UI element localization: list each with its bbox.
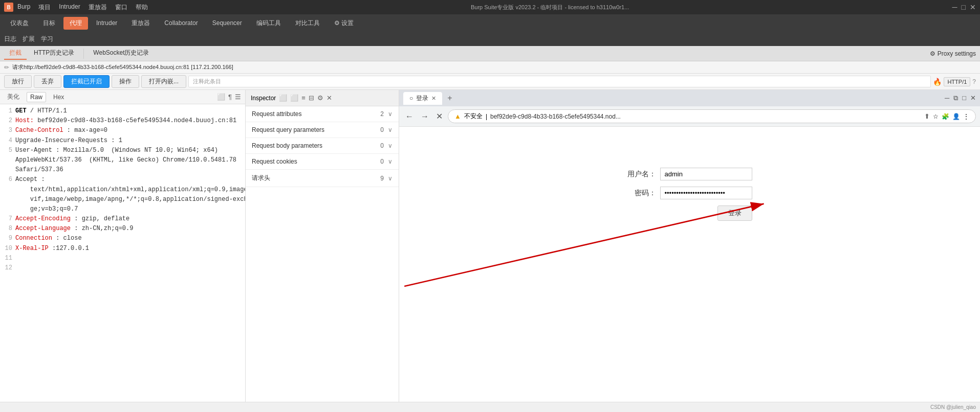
request-line-9: 9 Connection : close [4, 234, 241, 243]
browser-active-tab[interactable]: ○ 登录 ✕ [403, 92, 442, 105]
request-url: 请求http://bef92de9-c9d8-4b33-b168-c5efe54… [12, 63, 233, 71]
inspector-icon-2[interactable]: ⬜ [290, 94, 298, 102]
action-button[interactable]: 操作 [112, 75, 139, 88]
request-line-1: 1 GET / HTTP/1.1 [4, 106, 241, 116]
new-tab-button[interactable]: + [447, 94, 452, 103]
title-bar: B Burp 项目 Intruder 重放器 窗口 帮助 Burp Suite专… [0, 0, 980, 14]
forward-button[interactable]: 放行 [4, 75, 32, 88]
section-arrow-headers: ∨ [388, 175, 393, 182]
tab-settings[interactable]: ⚙ 设置 [328, 17, 360, 30]
menu-intruder[interactable]: Intruder [59, 3, 80, 12]
newline-icon[interactable]: ¶ [228, 93, 232, 101]
username-input[interactable] [660, 168, 752, 180]
username-label: 用户名： [627, 170, 656, 179]
tab-target[interactable]: 目标 [37, 17, 61, 30]
proxy-tab-intercept[interactable]: 拦截 [4, 47, 27, 60]
minimize-btn[interactable]: ─ [952, 3, 957, 11]
browser-minimize-icon[interactable]: ─ [945, 94, 949, 102]
help-icon[interactable]: ? [972, 78, 976, 85]
tab-intruder[interactable]: Intruder [90, 17, 123, 29]
tab-proxy[interactable]: 代理 [63, 17, 88, 30]
menu-window[interactable]: 窗口 [115, 3, 127, 12]
request-line-2: 2 Host: bef92de9-c9d8-4b33-b168-c5efe549… [4, 116, 241, 126]
menu-project[interactable]: 项目 [38, 3, 51, 12]
second-toolbar: 日志 扩展 学习 [0, 32, 980, 46]
request-line-5: 5 User-Agent : Mozilla/5.0 (Windows NT 1… [4, 146, 241, 175]
browser-restore-icon[interactable]: ⧉ [953, 94, 958, 102]
profile-icon[interactable]: 👤 [952, 113, 960, 120]
tab-collaborator[interactable]: Collaborator [158, 17, 204, 29]
tab-encoder[interactable]: 编码工具 [250, 17, 287, 30]
inspector-section-cookies[interactable]: Request cookies 0 ∨ [246, 154, 399, 170]
request-line-10: 10 X-Real-IP :127.0.0.1 [4, 244, 241, 254]
view-tab-raw[interactable]: Raw [27, 92, 46, 102]
proxy-settings-button[interactable]: ⚙ Proxy settings [930, 50, 976, 57]
inspector-close-icon[interactable]: ✕ [326, 94, 332, 102]
inspector-align-icon-2[interactable]: ⊟ [309, 94, 314, 102]
drop-button[interactable]: 丢弃 [34, 75, 61, 88]
url-bar: ✏ 请求http://bef92de9-c9d8-4b33-b168-c5efe… [0, 61, 980, 74]
tab-log[interactable]: 日志 [4, 35, 16, 43]
menu-dots-icon[interactable]: ⋮ [963, 113, 969, 120]
inspector-section-query[interactable]: Request query parameters 0 ∨ [246, 122, 399, 138]
password-label: 密码： [635, 189, 656, 198]
extension-icon[interactable]: 🧩 [942, 113, 949, 120]
browser-tab-title: 登录 [416, 94, 428, 103]
proxy-toolbar: 拦截 HTTP历史记录 WebSocket历史记录 ⚙ Proxy settin… [0, 46, 980, 61]
section-label-query: Request query parameters [252, 126, 380, 133]
share-icon[interactable]: ⬆ [924, 112, 930, 120]
open-browser-button[interactable]: 打开内嵌... [141, 75, 186, 88]
password-input[interactable] [660, 187, 752, 199]
comment-placeholder[interactable]: 注释此条目 [188, 76, 931, 87]
request-panel: 美化 Raw Hex ⬜ ¶ ☰ 1 GET / HTTP/1.1 2 Host… [0, 90, 246, 402]
tab-learn[interactable]: 学习 [41, 35, 53, 43]
intercept-button[interactable]: 拦截已开启 [63, 75, 110, 88]
menu-repeater[interactable]: 重放器 [89, 3, 107, 12]
tab-sequencer[interactable]: Sequencer [206, 17, 248, 29]
nav-forward-button[interactable]: → [419, 111, 431, 122]
watermark-text: CSDN @julien_qiao [930, 404, 976, 410]
proxy-tab-websocket-history[interactable]: WebSocket历史记录 [88, 47, 154, 60]
browser-maximize-icon[interactable]: □ [962, 94, 966, 102]
view-tabs: 美化 Raw Hex ⬜ ¶ ☰ [0, 90, 245, 104]
section-label-cookies: Request cookies [252, 158, 380, 165]
request-line-12: 12 [4, 263, 241, 273]
tab-extension[interactable]: 扩展 [23, 35, 35, 43]
menu-burp[interactable]: Burp [17, 3, 30, 12]
browser-window-controls: ─ ⧉ □ ✕ [945, 94, 976, 102]
menu-help[interactable]: 帮助 [136, 3, 148, 12]
menu-icon[interactable]: ☰ [235, 93, 241, 101]
close-btn[interactable]: ✕ [970, 3, 976, 11]
insecure-label: 不安全 [464, 112, 483, 121]
main-toolbar: 仪表盘 目标 代理 Intruder 重放器 Collaborator Sequ… [0, 14, 980, 32]
http-version-badge: HTTP/1 [944, 77, 970, 86]
nav-stop-button[interactable]: ✕ [434, 110, 445, 122]
tab-repeater[interactable]: 重放器 [125, 17, 156, 30]
password-row: 密码： [635, 187, 752, 199]
view-tab-hex[interactable]: Hex [50, 93, 67, 102]
section-count-query: 0 [380, 126, 384, 133]
login-button[interactable]: 登录 [717, 205, 752, 221]
inspector-icon-1[interactable]: ⬜ [279, 94, 287, 102]
inspector-settings-icon[interactable]: ⚙ [317, 94, 323, 102]
browser-close-icon[interactable]: ✕ [970, 94, 976, 102]
proxy-tab-http-history[interactable]: HTTP历史记录 [29, 47, 79, 60]
inspector-section-attributes[interactable]: Request attributes 2 ∨ [246, 106, 399, 122]
tab-dashboard[interactable]: 仪表盘 [4, 17, 35, 30]
view-tab-beautify[interactable]: 美化 [4, 91, 23, 102]
wrap-icon[interactable]: ⬜ [217, 93, 225, 101]
inspector-toolbar-icons: ⬜ ⬜ ≡ ⊟ ⚙ ✕ [279, 94, 332, 102]
tab-compare[interactable]: 对比工具 [289, 17, 326, 30]
section-arrow-query: ∨ [388, 126, 393, 133]
nav-back-button[interactable]: ← [403, 111, 416, 122]
maximize-btn[interactable]: □ [962, 3, 966, 11]
address-bar[interactable]: ▲ 不安全 | bef92de9-c9d8-4b33-b168-c5efe549… [448, 109, 976, 123]
inspector-section-headers[interactable]: 请求头 9 ∨ [246, 170, 399, 187]
inspector-section-body[interactable]: Request body parameters 0 ∨ [246, 138, 399, 154]
proxy-settings-label: Proxy settings [938, 50, 976, 57]
request-line-7: 7 Accept-Encoding : gzip, deflate [4, 214, 241, 224]
inspector-align-icon[interactable]: ≡ [301, 94, 306, 102]
tab-close-icon[interactable]: ✕ [431, 95, 436, 102]
security-warning-icon: ▲ [454, 112, 461, 120]
bookmark-icon[interactable]: ☆ [933, 113, 939, 120]
